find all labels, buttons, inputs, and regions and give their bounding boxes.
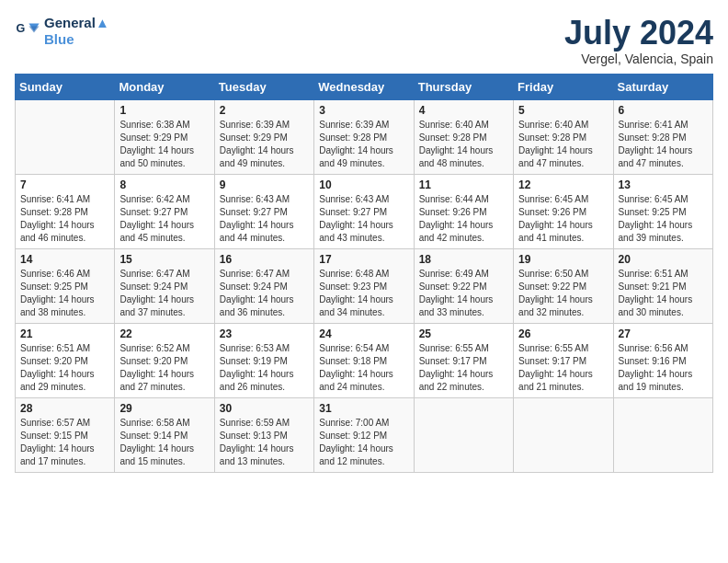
day-number: 29 [119,402,209,415]
day-number: 26 [518,327,608,340]
day-number: 2 [220,104,309,117]
day-content: Sunrise: 6:52 AM Sunset: 9:20 PM Dayligh… [119,342,209,394]
calendar-cell: 15Sunrise: 6:47 AM Sunset: 9:24 PM Dayli… [115,248,214,323]
day-number: 12 [518,178,608,191]
day-content: Sunrise: 6:49 AM Sunset: 9:22 PM Dayligh… [419,268,508,319]
calendar-cell: 29Sunrise: 6:58 AM Sunset: 9:14 PM Dayli… [115,397,214,472]
day-number: 21 [20,327,109,340]
day-number: 28 [20,402,109,415]
calendar-body: 1Sunrise: 6:38 AM Sunset: 9:29 PM Daylig… [16,99,713,472]
day-content: Sunrise: 7:00 AM Sunset: 9:12 PM Dayligh… [319,417,408,468]
calendar-cell [414,397,513,472]
calendar-header-row: SundayMondayTuesdayWednesdayThursdayFrid… [16,74,713,99]
day-content: Sunrise: 6:50 AM Sunset: 9:22 PM Dayligh… [518,268,608,319]
day-content: Sunrise: 6:44 AM Sunset: 9:26 PM Dayligh… [419,193,508,245]
day-content: Sunrise: 6:58 AM Sunset: 9:14 PM Dayligh… [119,417,209,468]
day-content: Sunrise: 6:43 AM Sunset: 9:27 PM Dayligh… [319,193,408,245]
day-content: Sunrise: 6:53 AM Sunset: 9:19 PM Dayligh… [220,342,309,394]
day-header-wednesday: Wednesday [314,74,414,99]
day-content: Sunrise: 6:51 AM Sunset: 9:21 PM Dayligh… [619,268,708,319]
day-number: 19 [518,253,608,266]
day-number: 23 [220,327,309,340]
day-number: 17 [319,253,408,266]
calendar-cell: 28Sunrise: 6:57 AM Sunset: 9:15 PM Dayli… [16,397,115,472]
day-content: Sunrise: 6:59 AM Sunset: 9:13 PM Dayligh… [220,417,309,468]
day-number: 25 [419,327,508,340]
day-content: Sunrise: 6:42 AM Sunset: 9:27 PM Dayligh… [119,193,209,245]
calendar-week-row: 7Sunrise: 6:41 AM Sunset: 9:28 PM Daylig… [16,174,713,248]
day-number: 7 [20,178,109,191]
day-content: Sunrise: 6:46 AM Sunset: 9:25 PM Dayligh… [20,268,109,319]
calendar-cell [613,397,712,472]
calendar-cell: 27Sunrise: 6:56 AM Sunset: 9:16 PM Dayli… [613,323,712,397]
calendar-cell: 22Sunrise: 6:52 AM Sunset: 9:20 PM Dayli… [115,323,214,397]
logo: G General▲ Blue [15,15,109,48]
day-number: 24 [319,327,408,340]
calendar-cell: 20Sunrise: 6:51 AM Sunset: 9:21 PM Dayli… [613,248,712,323]
day-number: 27 [619,327,708,340]
calendar-cell: 19Sunrise: 6:50 AM Sunset: 9:22 PM Dayli… [514,248,613,323]
calendar-cell: 6Sunrise: 6:41 AM Sunset: 9:28 PM Daylig… [613,99,712,174]
calendar-cell: 2Sunrise: 6:39 AM Sunset: 9:29 PM Daylig… [214,99,313,174]
calendar-table: SundayMondayTuesdayWednesdayThursdayFrid… [15,74,713,473]
calendar-cell: 16Sunrise: 6:47 AM Sunset: 9:24 PM Dayli… [214,248,313,323]
day-number: 8 [119,178,209,191]
location-subtitle: Vergel, Valencia, Spain [564,52,713,66]
calendar-cell: 24Sunrise: 6:54 AM Sunset: 9:18 PM Dayli… [314,323,414,397]
day-number: 13 [619,178,708,191]
calendar-cell: 10Sunrise: 6:43 AM Sunset: 9:27 PM Dayli… [314,174,414,248]
day-number: 15 [119,253,209,266]
day-header-tuesday: Tuesday [214,74,313,99]
logo-line1: General▲ [44,15,109,31]
day-content: Sunrise: 6:39 AM Sunset: 9:29 PM Dayligh… [220,119,309,170]
day-header-saturday: Saturday [613,74,712,99]
day-content: Sunrise: 6:40 AM Sunset: 9:28 PM Dayligh… [518,119,608,170]
day-content: Sunrise: 6:41 AM Sunset: 9:28 PM Dayligh… [619,119,708,170]
day-number: 30 [220,402,309,415]
day-content: Sunrise: 6:40 AM Sunset: 9:28 PM Dayligh… [419,119,508,170]
calendar-cell: 31Sunrise: 7:00 AM Sunset: 9:12 PM Dayli… [314,397,414,472]
day-number: 5 [518,104,608,117]
calendar-cell: 3Sunrise: 6:39 AM Sunset: 9:28 PM Daylig… [314,99,414,174]
day-number: 18 [419,253,508,266]
day-content: Sunrise: 6:41 AM Sunset: 9:28 PM Dayligh… [20,193,109,245]
day-content: Sunrise: 6:45 AM Sunset: 9:26 PM Dayligh… [518,193,608,245]
day-content: Sunrise: 6:38 AM Sunset: 9:29 PM Dayligh… [119,119,209,170]
logo-icon: G [15,18,40,44]
logo-line2: Blue [44,31,109,48]
calendar-cell [514,397,613,472]
day-header-sunday: Sunday [16,74,115,99]
svg-marker-2 [28,26,39,32]
day-content: Sunrise: 6:54 AM Sunset: 9:18 PM Dayligh… [319,342,408,394]
calendar-cell: 8Sunrise: 6:42 AM Sunset: 9:27 PM Daylig… [115,174,214,248]
calendar-week-row: 1Sunrise: 6:38 AM Sunset: 9:29 PM Daylig… [16,99,713,174]
day-content: Sunrise: 6:43 AM Sunset: 9:27 PM Dayligh… [220,193,309,245]
calendar-cell: 12Sunrise: 6:45 AM Sunset: 9:26 PM Dayli… [514,174,613,248]
svg-text:G: G [16,22,25,35]
calendar-cell: 25Sunrise: 6:55 AM Sunset: 9:17 PM Dayli… [414,323,513,397]
day-number: 3 [319,104,408,117]
calendar-cell: 11Sunrise: 6:44 AM Sunset: 9:26 PM Dayli… [414,174,513,248]
calendar-week-row: 28Sunrise: 6:57 AM Sunset: 9:15 PM Dayli… [16,397,713,472]
calendar-cell: 30Sunrise: 6:59 AM Sunset: 9:13 PM Dayli… [214,397,313,472]
calendar-week-row: 14Sunrise: 6:46 AM Sunset: 9:25 PM Dayli… [16,248,713,323]
day-content: Sunrise: 6:55 AM Sunset: 9:17 PM Dayligh… [419,342,508,394]
calendar-cell: 7Sunrise: 6:41 AM Sunset: 9:28 PM Daylig… [16,174,115,248]
day-header-monday: Monday [115,74,214,99]
calendar-cell: 9Sunrise: 6:43 AM Sunset: 9:27 PM Daylig… [214,174,313,248]
month-year-title: July 2024 [564,15,713,52]
day-header-friday: Friday [514,74,613,99]
day-number: 20 [619,253,708,266]
day-content: Sunrise: 6:48 AM Sunset: 9:23 PM Dayligh… [319,268,408,319]
day-number: 4 [419,104,508,117]
title-block: July 2024 Vergel, Valencia, Spain [564,15,713,66]
day-content: Sunrise: 6:47 AM Sunset: 9:24 PM Dayligh… [119,268,209,319]
calendar-cell: 17Sunrise: 6:48 AM Sunset: 9:23 PM Dayli… [314,248,414,323]
page-header: G General▲ Blue July 2024 Vergel, Valenc… [15,15,713,66]
calendar-cell: 4Sunrise: 6:40 AM Sunset: 9:28 PM Daylig… [414,99,513,174]
day-content: Sunrise: 6:51 AM Sunset: 9:20 PM Dayligh… [20,342,109,394]
day-number: 10 [319,178,408,191]
day-header-thursday: Thursday [414,74,513,99]
calendar-cell: 5Sunrise: 6:40 AM Sunset: 9:28 PM Daylig… [514,99,613,174]
calendar-cell: 26Sunrise: 6:55 AM Sunset: 9:17 PM Dayli… [514,323,613,397]
